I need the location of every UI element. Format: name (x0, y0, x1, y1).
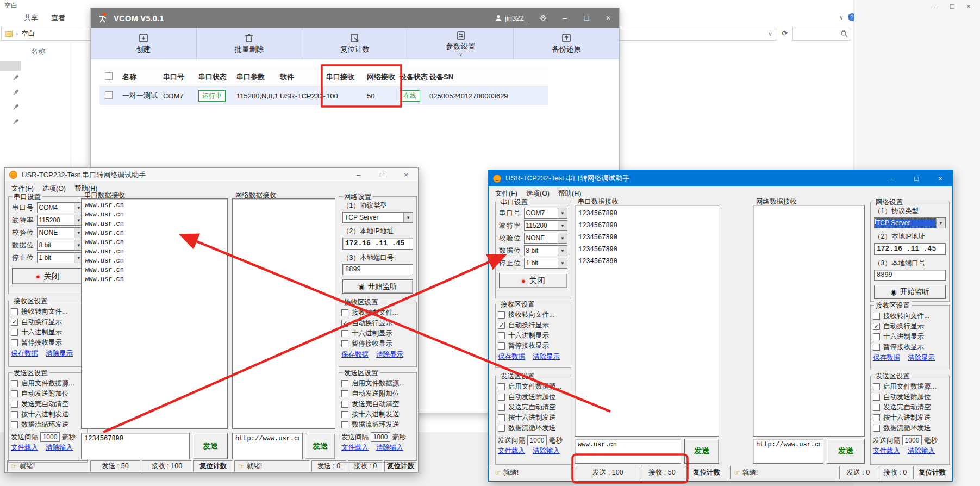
serial-recv-area[interactable]: www.usr.cn www.usr.cn www.usr.cn www.usr… (81, 198, 228, 429)
net-send-field[interactable] (232, 433, 303, 459)
checkbox-option[interactable]: 按十六进制发送 (873, 413, 947, 423)
save-data-link[interactable]: 保存数据 (341, 350, 369, 359)
reset-count-button-net[interactable]: 复位计数 (384, 460, 417, 472)
serial-send-input[interactable] (84, 435, 186, 443)
checkbox[interactable] (11, 390, 18, 397)
protocol-select[interactable]: TCP Server▼ (342, 212, 413, 223)
clear-input-link[interactable]: 清除输入 (46, 443, 73, 452)
start-listen-button[interactable]: ◉开始监听 (342, 279, 413, 294)
checkbox[interactable] (498, 414, 505, 421)
net-send-button[interactable]: 发送 (305, 433, 335, 459)
checkbox-option[interactable]: 启用文件数据源... (341, 378, 414, 389)
minimize-button[interactable]: – (346, 168, 370, 182)
create-button[interactable]: 创建 (91, 28, 197, 59)
minimize-button[interactable]: – (928, 2, 944, 10)
checkbox[interactable]: ✓ (498, 322, 505, 329)
checkbox[interactable] (873, 344, 880, 351)
checkbox[interactable] (873, 333, 880, 340)
protocol-select[interactable]: TCP Server▼ (874, 217, 946, 228)
checkbox-option[interactable]: 自动发送附加位 (873, 392, 947, 402)
checkbox-option[interactable]: 暂停接收显示 (341, 339, 414, 349)
save-data-link[interactable]: 保存数据 (498, 352, 525, 362)
interval-input[interactable]: 1000 (902, 435, 922, 445)
checkbox[interactable] (341, 380, 348, 387)
file-load-link[interactable]: 文件载入 (873, 446, 900, 456)
username[interactable]: jin322_ (505, 14, 528, 22)
checkbox-option[interactable]: 按十六进制发送 (498, 413, 569, 423)
select-all-checkbox[interactable] (105, 72, 113, 80)
close-port-button[interactable]: ●关闭 (12, 268, 84, 284)
local-port-input[interactable]: 8899 (874, 270, 946, 281)
net-send-input[interactable] (235, 435, 299, 443)
local-port-input[interactable]: 8899 (342, 264, 413, 275)
checkbox-option[interactable]: ✓自动换行显示 (341, 318, 414, 328)
checkbox-option[interactable]: 十六进制显示 (498, 331, 569, 341)
close-button[interactable]: × (928, 170, 952, 186)
checkbox[interactable] (341, 309, 348, 316)
maximize-button[interactable]: □ (904, 170, 928, 186)
net-send-input[interactable] (756, 441, 820, 448)
baud-rate-select[interactable]: 115200▼ (524, 220, 568, 231)
pin-icon[interactable] (12, 74, 20, 82)
reset-count-button[interactable]: 复位计数 (193, 460, 233, 472)
checkbox-option[interactable]: 发送完自动清空 (873, 402, 947, 413)
search-input[interactable] (793, 30, 840, 38)
checkbox[interactable] (11, 411, 18, 418)
search-container[interactable] (792, 27, 850, 41)
pin-icon[interactable] (12, 103, 20, 111)
reset-count-button[interactable]: 复位计数 (302, 28, 408, 59)
checkbox-option[interactable]: 数据流循环发送 (341, 420, 414, 430)
checkbox-option[interactable]: 数据流循环发送 (873, 423, 947, 433)
checkbox[interactable] (341, 390, 348, 397)
serial-send-button[interactable]: 发送 (684, 439, 719, 464)
baud-rate-select[interactable]: 115200▼ (37, 215, 84, 226)
batch-delete-button[interactable]: 批量删除 (197, 28, 303, 59)
serial-send-button[interactable]: 发送 (193, 433, 228, 459)
pin-icon[interactable] (12, 89, 20, 96)
minimize-button[interactable]: – (881, 170, 904, 186)
serial-recv-area[interactable]: 1234567890 1234567890 1234567890 1234567… (575, 205, 719, 437)
checkbox-option[interactable]: 启用文件数据源... (498, 382, 569, 392)
checkbox-option[interactable]: 发送完自动清空 (11, 399, 85, 409)
clear-input-link[interactable]: 清除输入 (533, 446, 560, 456)
checkbox[interactable]: ✓ (341, 320, 348, 327)
checkbox[interactable] (498, 332, 505, 339)
checkbox[interactable] (873, 414, 880, 421)
breadcrumb[interactable]: 空白 (21, 29, 35, 39)
checkbox-option[interactable]: 暂停接收显示 (873, 342, 947, 352)
checkbox[interactable] (341, 421, 348, 428)
refresh-icon[interactable]: ⟳ (782, 29, 788, 38)
clear-display-link[interactable]: 清除显示 (908, 353, 935, 363)
clear-display-link[interactable]: 清除显示 (376, 350, 403, 359)
checkbox[interactable] (873, 383, 880, 390)
checkbox[interactable] (498, 311, 505, 319)
column-header-name[interactable]: 名称 (31, 47, 45, 57)
file-load-link[interactable]: 文件载入 (498, 446, 525, 456)
local-ip-input[interactable]: 172.16 .11 .45 (342, 238, 413, 250)
interval-input[interactable]: 1000 (371, 432, 390, 442)
checkbox-option[interactable]: 十六进制显示 (873, 332, 947, 342)
interval-input[interactable]: 1000 (527, 435, 547, 445)
checkbox-option[interactable]: 自动发送附加位 (11, 389, 85, 399)
vcom-minimize-button[interactable]: – (554, 8, 576, 28)
data-bits-select[interactable]: 8 bit▼ (37, 240, 84, 251)
serial-send-input[interactable] (578, 441, 678, 448)
maximize-button[interactable]: □ (370, 168, 394, 182)
checkbox-option[interactable]: 暂停接收显示 (498, 341, 569, 351)
checkbox-option[interactable]: 接收转向文件... (341, 308, 414, 318)
serial-port-select[interactable]: COM4▼ (37, 202, 84, 213)
serial-send-field[interactable] (575, 439, 681, 464)
stop-bits-select[interactable]: 1 bit▼ (524, 258, 568, 269)
save-data-link[interactable]: 保存数据 (873, 353, 900, 363)
checkbox-option[interactable]: 暂停接收显示 (11, 338, 85, 348)
checkbox[interactable] (341, 401, 348, 408)
checkbox[interactable] (341, 330, 348, 337)
checkbox-option[interactable]: 按十六进制发送 (11, 409, 85, 420)
address-dropdown-icon[interactable]: ∨ (768, 30, 772, 38)
checkbox-option[interactable]: 接收转向文件... (11, 307, 85, 317)
file-load-link[interactable]: 文件载入 (11, 443, 38, 452)
tab-share[interactable]: 共享 (21, 12, 41, 24)
file-load-link[interactable]: 文件载入 (341, 443, 369, 452)
net-send-field[interactable] (753, 439, 823, 464)
checkbox-option[interactable]: 数据流循环发送 (11, 420, 85, 430)
